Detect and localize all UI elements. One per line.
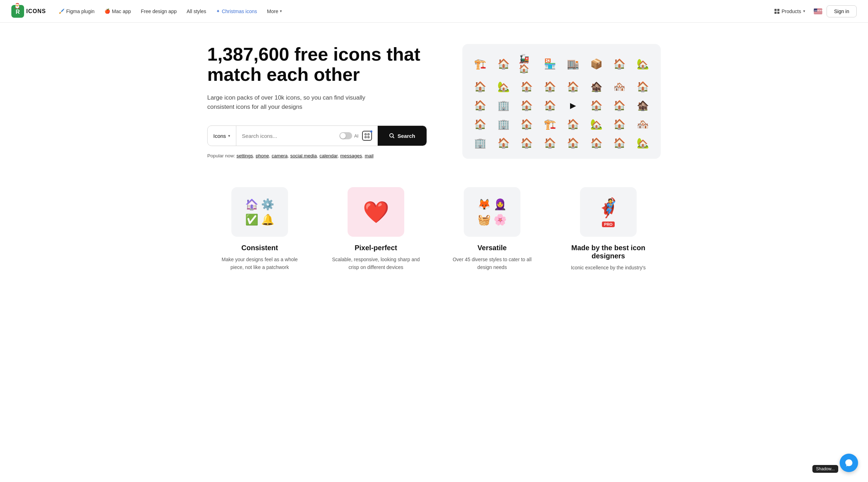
feature-best-designers-icon-wrap: 🦸 PRO — [580, 187, 637, 237]
feature-pixel-perfect: ❤️ Pixel-perfect Scalable, responsive, l… — [323, 180, 428, 279]
feature-best-designers: 🦸 PRO Made by the best icon designers Ic… — [556, 180, 661, 279]
search-icon — [389, 133, 395, 139]
icon-cell[interactable]: 📦 — [587, 57, 606, 71]
popular-calendar[interactable]: calendar — [320, 153, 338, 158]
icon-cell[interactable]: 🏠 — [517, 98, 536, 113]
nav-mac-app[interactable]: 🍎 Mac app — [100, 6, 135, 16]
icon-cell[interactable]: 🏢 — [494, 117, 513, 131]
search-type-selector[interactable]: Icons ▾ — [208, 126, 236, 146]
feature-versatile: 🦊 🧕 🧺 🌸 Versatile Over 45 diverse styles… — [440, 180, 545, 279]
icon-cell[interactable]: 🏠 — [517, 79, 536, 94]
popular-social-media[interactable]: social media — [290, 153, 317, 158]
hero-title: 1,387,600 free icons that match each oth… — [207, 44, 448, 85]
nav-figma-plugin[interactable]: 🖌️ Figma plugin — [55, 6, 99, 16]
nav-right: Products ▾ ★★★★★★★★★★★★★★★★★★★★★★★★★★★★★… — [770, 5, 857, 17]
icon-cell[interactable]: 🏡 — [633, 136, 653, 150]
navbar: R ICONS 🖌️ Figma plugin 🍎 Mac app Free d… — [0, 0, 868, 23]
icon-cell[interactable]: 🏗️ — [471, 57, 490, 71]
icon-cell[interactable]: 🏡 — [633, 57, 653, 71]
svg-rect-5 — [814, 12, 822, 13]
search-type-chevron-icon: ▾ — [228, 134, 230, 138]
products-button[interactable]: Products ▾ — [770, 6, 810, 16]
popular-mail[interactable]: mail — [365, 153, 373, 158]
hero-subtitle: Large icon packs of over 10k icons, so y… — [207, 93, 377, 111]
more-chevron-icon: ▾ — [280, 9, 282, 13]
best-designers-title: Made by the best icon designers — [563, 244, 654, 260]
figma-icon: 🖌️ — [59, 9, 64, 14]
icon-cell[interactable]: 🏚️ — [633, 98, 653, 113]
svg-line-14 — [393, 137, 394, 138]
icon-cell[interactable]: 🏠 — [541, 98, 560, 113]
icon-cell[interactable]: 🏠 — [587, 136, 606, 150]
icon-cell[interactable]: 🏡 — [494, 79, 513, 94]
icon-cell[interactable]: 🏢 — [494, 98, 513, 113]
popular-phone[interactable]: phone — [256, 153, 269, 158]
search-button[interactable]: Search — [378, 126, 427, 146]
language-flag[interactable]: ★★★★★★★★★★★★★★★★★★★★★★★★★★★★★★★★★★★★★★★★… — [814, 9, 822, 14]
nav-christmas[interactable]: ✦ Christmas icons — [212, 6, 261, 16]
popular-messages[interactable]: messages — [340, 153, 362, 158]
logo[interactable]: R ICONS — [11, 5, 46, 18]
signin-button[interactable]: Sign in — [827, 5, 857, 17]
icon-cell[interactable]: 🏠 — [610, 57, 629, 71]
popular-settings[interactable]: settings — [237, 153, 253, 158]
svg-text:★★★★★★★★★★★★★★★★★★★★★★★★★★★★★★: ★★★★★★★★★★★★★★★★★★★★★★★★★★★★★★★★★★★★★★★★… — [814, 10, 823, 12]
feature-consistent: 🏠 ⚙️ ✅ 🔔 Consistent Make your designs fe… — [207, 180, 312, 279]
nav-more[interactable]: More ▾ — [263, 6, 287, 16]
icon-cell[interactable]: 🏡 — [587, 117, 606, 131]
nav-all-styles[interactable]: All styles — [182, 6, 210, 16]
icon-cell[interactable]: 🏪 — [541, 57, 560, 71]
search-bar: Icons ▾ AI — [207, 125, 427, 146]
search-input[interactable] — [242, 133, 336, 139]
consistent-title: Consistent — [241, 244, 278, 252]
icon-cell[interactable]: 🏠 — [564, 117, 583, 131]
icon-cell[interactable]: 🏠 — [610, 117, 629, 131]
icon-cell[interactable]: ▶ — [564, 100, 583, 112]
icon-cell[interactable]: 🏬 — [564, 57, 583, 71]
icon-cell[interactable]: 🚂🏠 — [517, 52, 536, 75]
snowflake-icon: ✦ — [216, 9, 220, 14]
ai-toggle-thumb — [340, 133, 346, 139]
pixel-perfect-title: Pixel-perfect — [355, 244, 397, 252]
ai-toggle[interactable]: AI — [339, 132, 359, 139]
grid-icon — [774, 9, 779, 14]
icon-cell[interactable]: 🏠 — [471, 79, 490, 94]
icon-cell[interactable]: 🏗️ — [541, 117, 560, 131]
apple-icon: 🍎 — [105, 9, 110, 14]
scan-icon[interactable] — [362, 131, 372, 141]
nav-links: 🖌️ Figma plugin 🍎 Mac app Free design ap… — [55, 6, 767, 16]
icon-cell[interactable]: 🏠 — [541, 79, 560, 94]
icon-cell[interactable]: 🏘️ — [633, 117, 653, 131]
scan-dot — [370, 130, 372, 133]
icon-cell[interactable]: 🏠 — [564, 79, 583, 94]
icon-cell[interactable]: 🏠 — [494, 57, 513, 71]
feature-consistent-icon-wrap: 🏠 ⚙️ ✅ 🔔 — [231, 187, 288, 237]
icon-preview-panel: 🏗️ 🏠 🚂🏠 🏪 🏬 📦 🏠 🏡 🏠 🏡 🏠 🏠 🏠 🏚️ 🏘️ 🏠 🏠 🏢 … — [462, 44, 661, 159]
icon-cell[interactable]: 🏠 — [517, 136, 536, 150]
icon-cell[interactable]: 🏠 — [610, 98, 629, 113]
icon-cell[interactable]: 🏠 — [494, 136, 513, 150]
check-blue-icon: ✅ — [245, 213, 258, 226]
ai-toggle-track[interactable] — [339, 132, 352, 139]
icon-cell[interactable]: 🏠 — [517, 117, 536, 131]
feature-pixel-perfect-icon-wrap: ❤️ — [348, 187, 404, 237]
icon-cell[interactable]: 🏚️ — [587, 79, 606, 94]
popular-now: Popular now: settings, phone, camera, so… — [207, 153, 448, 158]
icon-cell[interactable]: 🏘️ — [610, 79, 629, 94]
icon-cell[interactable]: 🏠 — [633, 79, 653, 94]
icon-cell[interactable]: 🏠 — [610, 136, 629, 150]
icon-cell[interactable]: 🏢 — [471, 136, 490, 150]
icon-cell[interactable]: 🏠 — [541, 136, 560, 150]
bell-green-icon: 🔔 — [261, 213, 274, 226]
logo-text: ICONS — [26, 8, 46, 15]
heart-icon: ❤️ — [363, 200, 389, 225]
icon-cell[interactable]: 🏠 — [471, 117, 490, 131]
popular-camera[interactable]: camera — [272, 153, 288, 158]
products-chevron-icon: ▾ — [803, 9, 805, 13]
icon-cell[interactable]: 🏠 — [587, 98, 606, 113]
nav-free-design[interactable]: Free design app — [137, 6, 181, 16]
icon-cell[interactable]: 🏠 — [471, 98, 490, 113]
pro-badge: PRO — [602, 222, 615, 227]
versatile-icons-grid: 🦊 🧕 🧺 🌸 — [478, 198, 507, 226]
icon-cell[interactable]: 🏠 — [564, 136, 583, 150]
